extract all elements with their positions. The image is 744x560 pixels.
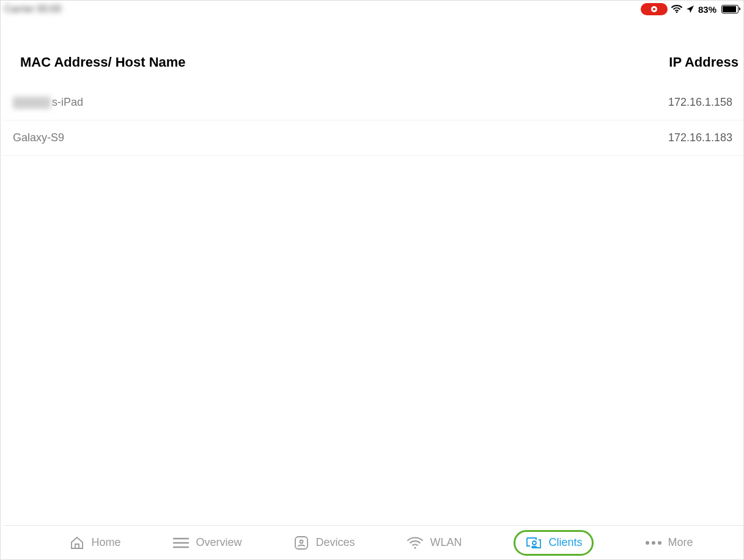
screen-recording-indicator bbox=[641, 3, 668, 15]
location-icon bbox=[686, 5, 694, 13]
tab-overview-label: Overview bbox=[196, 536, 241, 549]
status-bar-right: 83% bbox=[641, 3, 738, 15]
svg-point-0 bbox=[676, 12, 678, 13]
client-host-name: s-iPad bbox=[13, 96, 83, 109]
tab-clients[interactable]: Clients bbox=[525, 536, 582, 550]
tab-more[interactable]: More bbox=[646, 536, 693, 549]
blurred-text bbox=[13, 97, 51, 109]
app-frame: Carrier 00:00 83% MAC Address/ Host Name… bbox=[0, 0, 744, 560]
client-ip-address: 172.16.1.158 bbox=[668, 96, 732, 109]
tab-overview[interactable]: Overview bbox=[172, 536, 241, 550]
battery-icon bbox=[720, 5, 738, 13]
tab-devices-label: Devices bbox=[315, 536, 355, 549]
client-host-suffix: s-iPad bbox=[52, 96, 83, 109]
client-host-suffix: Galaxy-S9 bbox=[13, 131, 64, 144]
more-icon bbox=[646, 541, 661, 545]
tab-more-label: More bbox=[668, 536, 693, 549]
client-row[interactable]: Galaxy-S9172.16.1.183 bbox=[1, 120, 743, 156]
clients-icon bbox=[525, 536, 542, 550]
tab-clients-highlight: Clients bbox=[514, 530, 594, 556]
wlan-icon bbox=[407, 536, 424, 550]
client-row[interactable]: s-iPad172.16.1.158 bbox=[1, 85, 743, 120]
column-header-row: MAC Address/ Host Name IP Address bbox=[1, 18, 743, 85]
status-bar: Carrier 00:00 83% bbox=[1, 1, 743, 18]
home-icon bbox=[69, 535, 85, 551]
svg-point-7 bbox=[532, 541, 536, 545]
column-header-ip: IP Address bbox=[669, 54, 738, 70]
tab-devices[interactable]: Devices bbox=[293, 535, 355, 551]
client-ip-address: 172.16.1.183 bbox=[668, 131, 732, 144]
column-header-mac-host: MAC Address/ Host Name bbox=[20, 54, 186, 70]
client-list-content: MAC Address/ Host Name IP Address s-iPad… bbox=[1, 18, 743, 525]
left-border-strip bbox=[1, 1, 3, 559]
carrier-label-blurred: Carrier 00:00 bbox=[4, 4, 61, 15]
tab-clients-label: Clients bbox=[548, 536, 582, 549]
menu-icon bbox=[172, 536, 190, 550]
svg-point-5 bbox=[300, 540, 303, 543]
status-bar-left: Carrier 00:00 bbox=[4, 4, 61, 15]
tab-wlan[interactable]: WLAN bbox=[407, 536, 462, 550]
client-host-name: Galaxy-S9 bbox=[13, 131, 64, 144]
svg-point-6 bbox=[414, 547, 416, 548]
tab-home-label: Home bbox=[91, 536, 120, 549]
tab-wlan-label: WLAN bbox=[430, 536, 462, 549]
tab-home[interactable]: Home bbox=[69, 535, 120, 551]
wifi-icon bbox=[671, 5, 682, 13]
bottom-tab-bar: Home Overview Devices WLAN bbox=[1, 525, 743, 559]
devices-icon bbox=[293, 535, 309, 551]
battery-percent-label: 83% bbox=[698, 4, 716, 15]
